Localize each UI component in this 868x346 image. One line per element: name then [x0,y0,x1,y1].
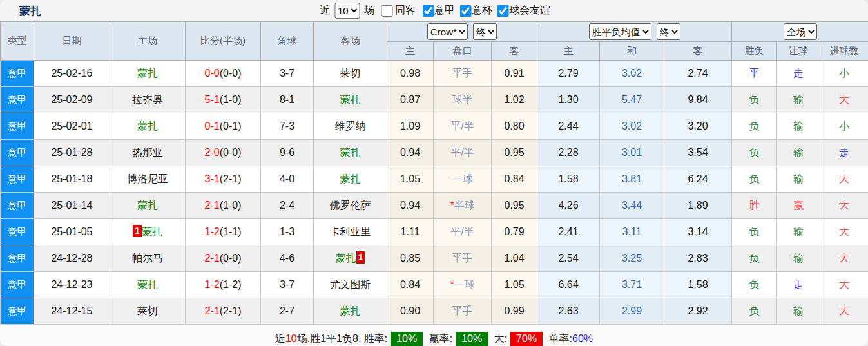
avg-away-cell: 9.84 [664,87,732,113]
team-name: 拉齐奥 [132,94,163,105]
date-cell: 25-02-16 [34,61,110,87]
score-cell: 5-1(1-0) [186,87,261,113]
result-winloss-cell: 负 [732,140,777,166]
halftime-score: (2-1) [220,173,242,184]
result-handicap-cell: 输 [777,298,820,325]
halftime-score: (0-0) [220,68,242,79]
team-name: 维罗纳 [335,120,366,131]
date-cell: 25-01-18 [34,166,110,193]
scope-select[interactable]: 全场 [784,23,817,40]
away-team-cell: 维罗纳 [314,113,387,140]
match-history-table: 类型 日期 主场 比分(半场) 角球 客场 Crow* 终 胜平负均值 终 [0,21,868,325]
league-serie-a-checkbox[interactable] [422,5,434,17]
bookmaker-select[interactable]: Crow* [427,23,468,40]
away-team-cell: 佛罗伦萨 [314,193,387,219]
team-name: 佛罗伦萨 [330,200,371,211]
avg-home-cell: 1.58 [537,166,600,193]
col-header-date: 日期 [34,22,110,61]
team-name: 尤文图斯 [330,279,371,290]
red-card-badge: 1 [356,251,365,264]
avg-away-cell: 2.92 [664,298,732,325]
col-header-corner: 角球 [261,22,314,61]
subheader-avg-draw: 和 [600,42,664,61]
team-name: 蒙扎 [340,173,361,184]
corner-cell: 3-7 [261,61,314,87]
result-winloss-cell: 负 [732,113,777,140]
avg-home-cell: 2.44 [537,113,600,140]
date-cell: 25-02-01 [34,113,110,140]
fulltime-score: 2-1 [205,253,220,264]
odds-stage-select[interactable]: 终 [473,23,497,40]
subheader-result-goals: 进球数 [820,42,868,61]
avg-stage-select[interactable]: 终 [657,23,680,40]
home-odds-cell: 0.90 [387,298,434,325]
avg-type-select[interactable]: 胜平负均值 [589,23,651,40]
team-name: 蒙扎 [142,226,162,237]
avg-away-cell: 2.74 [664,61,732,87]
avg-home-cell: 2.54 [537,245,600,272]
league-cell: 意甲 [1,272,34,298]
fulltime-score: 0-0 [205,68,220,79]
league-cell: 意甲 [1,298,34,325]
avg-home-cell: 4.26 [537,193,600,219]
table-row: 意甲 24-12-23 蒙扎 1-2(1-2) 3-7 尤文图斯 0.84 *一… [1,272,868,298]
result-goals-cell: 小 [820,61,868,87]
team-name: 蒙扎 [137,120,158,131]
handicap-cell: 平手 [434,245,492,272]
away-odds-cell: 0.95 [492,140,537,166]
home-team-cell: 热那亚 [110,140,186,166]
team-name: 莱切 [137,305,158,316]
home-odds-cell: 1.05 [387,166,434,193]
avg-away-cell: 3.54 [664,140,732,166]
avg-away-cell: 6.24 [664,166,732,193]
team-name: 蒙扎 [336,253,356,264]
away-team-cell: 蒙扎1 [314,245,387,272]
recent-count-select[interactable]: 10 [334,3,360,19]
corner-cell: 1-3 [261,219,314,245]
fulltime-score: 2-1 [205,305,220,316]
handicap-cell: 球半 [434,87,492,113]
corner-cell: 8-1 [261,87,314,113]
league-friendly-checkbox[interactable] [497,5,508,17]
result-winloss-cell: 胜 [732,193,777,219]
away-odds-cell: 1.05 [492,272,537,298]
summary-odd-label: 单率: [549,333,572,344]
home-odds-cell: 0.94 [387,193,434,219]
halftime-score: (2-1) [220,305,242,316]
result-winloss-cell: 负 [732,166,777,193]
halftime-score: (0-1) [220,120,242,131]
fulltime-score: 1-2 [205,226,220,237]
same-away-label: 同客 [395,4,416,17]
result-goals-cell: 走 [820,140,868,166]
away-team-cell: 卡利亚里 [314,219,387,245]
handicap-cell: *一球 [434,272,492,298]
league-cell: 意甲 [1,219,34,245]
col-header-home: 主场 [110,22,186,61]
col-header-away: 客场 [314,22,387,61]
away-team-cell: 尤文图斯 [314,272,387,298]
avg-draw-cell: 3.02 [600,113,664,140]
league-italy-cup-checkbox[interactable] [459,5,471,17]
halftime-score: (0-0) [220,253,242,264]
avg-draw-cell: 2.99 [600,298,664,325]
handicap-cell: 平手 [434,298,492,325]
avg-group-header: 胜平负均值 终 [537,22,732,42]
away-odds-cell: 0.84 [492,166,537,193]
subheader-result-wl: 胜负 [732,42,777,61]
corner-cell: 2-4 [261,193,314,219]
result-group-header: 全场 [732,22,868,42]
handicap-cell: 平/半 [434,219,492,245]
date-cell: 25-01-05 [34,219,110,245]
win-rate-badge: 10% [391,332,423,346]
away-team-cell: 莱切 [314,61,387,87]
result-handicap-cell: 走 [777,61,820,87]
filter-bar: 近 10 场 同客 意甲 意杯 球会友谊 [318,3,550,19]
top-bar: 蒙扎 近 10 场 同客 意甲 意杯 球会友谊 [0,0,868,21]
handicap-text: 一球 [454,279,475,290]
home-team-cell: 拉齐奥 [110,87,186,113]
result-goals-cell: 大 [820,193,868,219]
date-cell: 24-12-28 [34,245,110,272]
score-cell: 1-2(1-1) [186,219,261,245]
subheader-avg-away: 客 [664,42,732,61]
same-away-checkbox[interactable] [381,5,392,17]
